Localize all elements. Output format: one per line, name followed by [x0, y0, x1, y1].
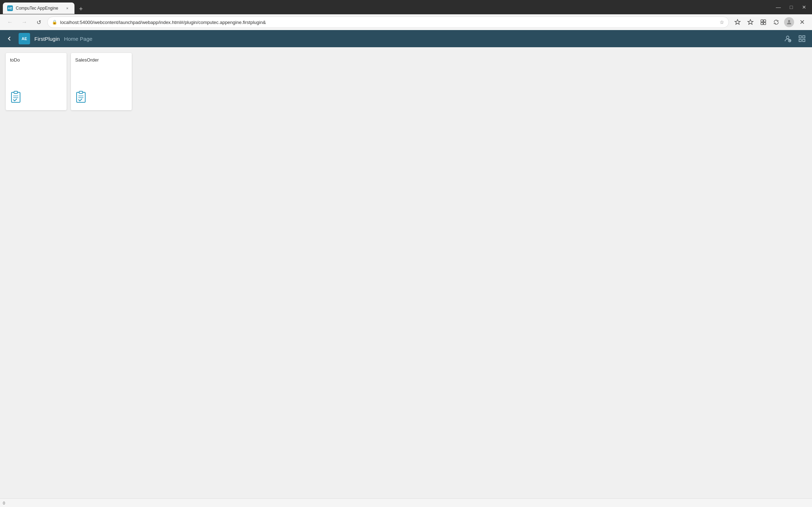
profile-button[interactable]: [783, 16, 795, 28]
svg-rect-18: [79, 91, 83, 93]
person-icon-button[interactable]: [782, 33, 793, 44]
salesorder-card[interactable]: SalesOrder: [71, 53, 132, 110]
page-name: Home Page: [64, 36, 92, 42]
app-back-button[interactable]: [4, 34, 14, 44]
svg-rect-3: [764, 23, 766, 25]
todo-card-title: toDo: [10, 57, 62, 63]
svg-rect-11: [799, 39, 801, 42]
browser-tab-favicon: AE: [7, 5, 13, 11]
svg-rect-10: [803, 36, 805, 38]
svg-rect-9: [799, 36, 801, 38]
svg-rect-2: [761, 23, 763, 25]
plugin-name: FirstPlugin: [34, 36, 60, 42]
more-button[interactable]: ✕: [796, 16, 808, 28]
browser-tab-close-button[interactable]: ×: [64, 5, 70, 11]
todo-card[interactable]: toDo: [6, 53, 67, 110]
app-logo: AE: [19, 33, 30, 44]
browser-addressbar-row: ← → ↺ 🔒 ☆: [0, 14, 812, 30]
app-header-icons: [782, 33, 808, 44]
address-star-icon[interactable]: ☆: [720, 19, 724, 25]
browser-toolbar-icons: ✕: [732, 16, 808, 28]
bottom-status-text: 0: [3, 501, 5, 505]
forward-nav-button[interactable]: →: [19, 16, 30, 28]
collections-button[interactable]: [758, 16, 769, 28]
salesorder-card-icon: [75, 91, 127, 106]
svg-rect-13: [11, 92, 20, 102]
bottom-bar: 0: [0, 498, 812, 507]
grid-icon-button[interactable]: [796, 33, 808, 44]
sync-button[interactable]: [770, 16, 782, 28]
svg-rect-12: [803, 39, 805, 42]
app-header: AE FirstPlugin Home Page: [0, 30, 812, 47]
svg-point-4: [788, 20, 790, 22]
close-button[interactable]: ✕: [799, 2, 809, 12]
browser-titlebar: AE CompuTec AppEngine × + — □ ✕: [0, 0, 812, 14]
profile-avatar: [784, 17, 794, 27]
extensions-button[interactable]: [732, 16, 743, 28]
browser-tab-area: AE CompuTec AppEngine × +: [3, 0, 770, 14]
minimize-button[interactable]: —: [773, 2, 783, 12]
favorites-button[interactable]: [745, 16, 756, 28]
salesorder-card-title: SalesOrder: [75, 57, 127, 63]
address-input[interactable]: [60, 20, 717, 25]
browser-tab-title: CompuTec AppEngine: [16, 6, 62, 11]
svg-rect-1: [764, 20, 766, 22]
todo-card-icon: [10, 91, 62, 106]
main-content: toDo SalesOrder: [0, 47, 812, 498]
svg-rect-14: [14, 91, 18, 93]
svg-rect-17: [77, 92, 85, 102]
new-tab-button[interactable]: +: [76, 4, 86, 14]
svg-point-5: [786, 36, 789, 39]
address-bar[interactable]: 🔒 ☆: [47, 16, 729, 28]
back-nav-button[interactable]: ←: [4, 16, 16, 28]
window-controls: — □ ✕: [773, 2, 809, 12]
browser-tab[interactable]: AE CompuTec AppEngine ×: [3, 3, 74, 14]
svg-rect-0: [761, 20, 763, 22]
address-lock-icon: 🔒: [52, 20, 57, 25]
reload-button[interactable]: ↺: [33, 16, 44, 28]
maximize-button[interactable]: □: [786, 2, 796, 12]
